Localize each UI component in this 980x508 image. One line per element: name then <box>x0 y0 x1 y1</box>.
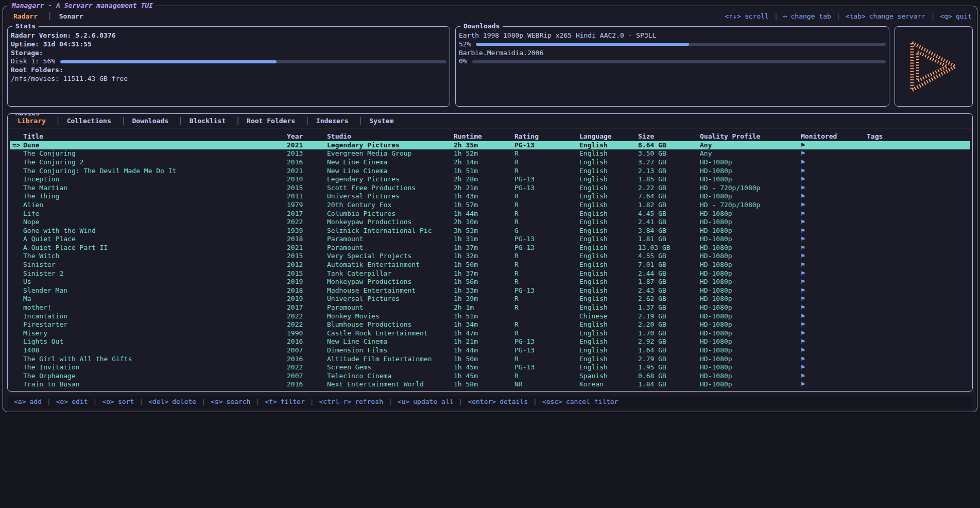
table-row[interactable]: A Quiet Place 2018 Paramount 1h 31m PG-1… <box>10 235 970 244</box>
monitored-flag-icon: ⚑ <box>801 380 867 389</box>
movies-tab[interactable]: Library <box>12 117 51 126</box>
table-row[interactable]: The Girl with All the Gifts 2016 Altitud… <box>10 355 970 364</box>
column-header[interactable]: Studio <box>327 132 454 141</box>
table-row[interactable]: mother! 2017 Paramount 2h 1m R English 1… <box>10 303 970 312</box>
movie-year: 2016 <box>287 158 327 167</box>
disk-usage-label: Disk 1: 56% <box>11 57 55 66</box>
table-row[interactable]: 1408 2007 Dimension Films 1h 44m PG-13 E… <box>10 346 970 355</box>
table-row[interactable]: Life 2017 Columbia Pictures 1h 44m R Eng… <box>10 210 970 218</box>
table-row[interactable]: Inception 2010 Legendary Pictures 2h 28m… <box>10 175 970 184</box>
table-row[interactable]: Us 2019 Monkeypaw Productions 1h 56m R E… <box>10 278 970 286</box>
table-row[interactable]: The Witch 2015 Very Special Projects 1h … <box>10 252 970 261</box>
movies-tab[interactable]: Root Folders <box>231 117 300 126</box>
movies-tab[interactable]: System <box>353 117 399 126</box>
column-header[interactable]: Year <box>287 132 327 141</box>
monitored-flag-icon: ⚑ <box>801 278 867 286</box>
movie-rating: R <box>514 269 579 278</box>
table-row[interactable]: Incantation 2022 Monkey Movies 1h 51m Ch… <box>10 312 970 321</box>
movie-rating: NR <box>514 380 579 389</box>
table-row[interactable]: A Quiet Place Part II 2021 Paramount 1h … <box>10 244 970 252</box>
movie-language: Chinese <box>579 312 638 321</box>
column-header[interactable]: Title <box>23 132 287 141</box>
movie-language: English <box>579 329 638 338</box>
movies-tab[interactable]: Downloads <box>116 117 174 126</box>
movie-studio: Paramount <box>327 303 454 312</box>
column-header[interactable]: Runtime <box>454 132 514 141</box>
table-row[interactable]: Slender Man 2018 Madhouse Entertainment … <box>10 286 970 295</box>
table-row[interactable]: Firestarter 2022 Blumhouse Productions 1… <box>10 320 970 329</box>
table-row[interactable]: Lights Out 2016 New Line Cinema 1h 21m P… <box>10 337 970 346</box>
movies-table-wrap: Title Year Studio Runtime Rating Languag… <box>10 130 970 389</box>
movie-language: Korean <box>579 380 638 389</box>
movie-quality-profile: HD-1080p <box>700 312 801 321</box>
table-row[interactable]: Train to Busan 2016 Next Entertainment W… <box>10 380 970 389</box>
monitored-flag-icon: ⚑ <box>801 210 867 218</box>
table-row[interactable]: The Invitation 2022 Screen Gems 1h 45m P… <box>10 363 970 372</box>
column-header[interactable]: Quality Profile <box>700 132 801 141</box>
table-row[interactable]: The Thing 2011 Universal Pictures 1h 43m… <box>10 192 970 201</box>
table-row[interactable]: Gone with the Wind 1939 Selznick Interna… <box>10 227 970 235</box>
root-folders-label: Root Folders: <box>11 66 446 75</box>
table-row[interactable]: Alien 1979 20th Century Fox 1h 57m R Eng… <box>10 201 970 210</box>
column-header[interactable]: Tags <box>867 132 970 141</box>
table-row[interactable]: The Orphanage 2007 Telecinco Cinema 1h 4… <box>10 372 970 381</box>
monitored-flag-icon: ⚑ <box>801 337 867 346</box>
movie-quality-profile: Any <box>700 149 801 158</box>
table-row[interactable]: The Conjuring: The Devil Made Me Do It 2… <box>10 167 970 176</box>
keybar-label: sort <box>118 398 134 407</box>
column-header[interactable]: Size <box>638 132 700 141</box>
column-header[interactable]: Rating <box>514 132 579 141</box>
movie-title: The Invitation <box>23 363 287 372</box>
movie-year: 2017 <box>287 303 327 312</box>
movie-size: 2.20 GB <box>638 320 700 329</box>
table-header-row: Title Year Studio Runtime Rating Languag… <box>10 132 970 141</box>
column-header[interactable]: Language <box>579 132 638 141</box>
movie-rating: R <box>514 372 579 381</box>
movie-size: 2.44 GB <box>638 269 700 278</box>
movie-rating: R <box>514 158 579 167</box>
monitored-flag-icon: ⚑ <box>801 346 867 355</box>
movie-quality-profile: HD-1080p <box>700 192 801 201</box>
table-row[interactable]: Sinister 2 2015 Tank Caterpillar 1h 37m … <box>10 269 970 278</box>
servarr-tab[interactable]: Radarr <box>8 12 43 21</box>
monitored-flag-icon: ⚑ <box>801 218 867 227</box>
movie-year: 2021 <box>287 141 327 150</box>
table-row[interactable]: => Dune 2021 Legendary Pictures 2h 35m P… <box>10 141 970 150</box>
movies-tab[interactable]: Blocklist <box>174 117 231 126</box>
download-name: Barbie.Mermaidia.2006 <box>459 49 886 58</box>
table-row[interactable]: The Conjuring 2 2016 New Line Cinema 2h … <box>10 158 970 167</box>
movie-rating: R <box>514 320 579 329</box>
table-row[interactable]: The Conjuring 2013 Evergreen Media Group… <box>10 149 970 158</box>
table-row[interactable]: Misery 1990 Castle Rock Entertainment 1h… <box>10 329 970 338</box>
movie-studio: Tank Caterpillar <box>327 269 454 278</box>
movie-runtime: 2h 35m <box>454 141 514 150</box>
movie-runtime: 1h 43m <box>454 192 514 201</box>
column-header[interactable]: Monitored <box>801 132 867 141</box>
table-row[interactable]: Ma 2019 Universal Pictures 1h 39m R Engl… <box>10 295 970 303</box>
download-item[interactable]: Earth 1998 1080p WEBRip x265 Hindi AAC2.… <box>459 31 886 49</box>
movie-language: English <box>579 303 638 312</box>
movies-tab[interactable]: Indexers <box>300 117 353 126</box>
monitored-flag-icon: ⚑ <box>801 175 867 184</box>
movie-year: 2016 <box>287 380 327 389</box>
keybar-hint: <o> sort <box>88 398 134 407</box>
disk-usage-fill <box>60 60 277 63</box>
table-row[interactable]: Nope 2022 Monkeypaw Productions 2h 10m R… <box>10 218 970 227</box>
movie-studio: Very Special Projects <box>327 252 454 261</box>
table-row[interactable]: Sinister 2012 Automatik Entertainment 1h… <box>10 261 970 269</box>
keybar-key: <o> <box>102 398 114 407</box>
table-row[interactable]: The Martian 2015 Scott Free Productions … <box>10 184 970 193</box>
movie-quality-profile: HD-1080p <box>700 303 801 312</box>
movie-quality-profile: HD-1080p <box>700 372 801 381</box>
movies-tab[interactable]: Collections <box>51 117 116 126</box>
movie-year: 2022 <box>287 218 327 227</box>
help-hint: <q> quit <box>925 12 972 21</box>
servarr-tab[interactable]: Sonarr <box>43 12 89 21</box>
movie-title: 1408 <box>23 346 287 355</box>
movie-size: 3.84 GB <box>638 227 700 235</box>
servarr-tabs: Radarr Sonarr <box>8 12 89 21</box>
movie-size: 13.03 GB <box>638 244 700 252</box>
movie-quality-profile: HD-1080p <box>700 244 801 252</box>
download-item[interactable]: Barbie.Mermaidia.2006 0% <box>459 49 886 66</box>
movie-title: mother! <box>23 303 287 312</box>
